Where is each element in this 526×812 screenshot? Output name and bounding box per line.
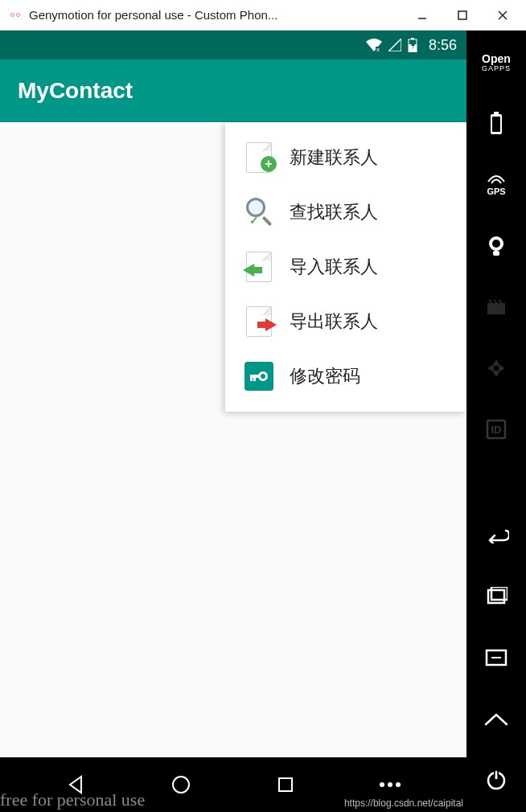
app-title: MyContact xyxy=(18,78,133,104)
import-contact-icon xyxy=(243,251,275,283)
svg-point-9 xyxy=(173,777,189,793)
svg-marker-20 xyxy=(487,364,494,372)
svg-rect-13 xyxy=(492,117,500,132)
battery-icon xyxy=(408,38,417,52)
watermark-right: https://blog.csdn.net/caipital xyxy=(344,798,463,809)
genymotion-logo-icon xyxy=(8,8,23,23)
gps-widget-button[interactable]: GPS xyxy=(480,169,512,201)
menu-label: 新建联系人 xyxy=(290,146,378,170)
open-gapps-label: Open xyxy=(482,53,511,64)
menu-item-import-contact[interactable]: 导入联系人 xyxy=(225,240,466,294)
menu-item-search-contact[interactable]: ✓ 查找联系人 xyxy=(225,185,466,240)
menu-item-export-contact[interactable]: 导出联系人 xyxy=(225,294,466,349)
window-titlebar: Genymotion for personal use - Custom Pho… xyxy=(0,0,526,31)
menu-label: 查找联系人 xyxy=(290,200,378,224)
home-sidebar-button[interactable] xyxy=(480,703,512,735)
nav-more-button[interactable] xyxy=(374,769,406,801)
gps-label: GPS xyxy=(487,187,505,196)
screencast-widget-button[interactable] xyxy=(480,291,512,323)
minimize-button[interactable] xyxy=(413,6,431,24)
svg-point-15 xyxy=(492,240,500,248)
camera-widget-button[interactable] xyxy=(480,230,512,262)
svg-rect-10 xyxy=(279,778,292,791)
app-content: + 新建联系人 ✓ 查找联系人 xyxy=(0,122,466,757)
menu-label: 导入联系人 xyxy=(290,255,378,279)
export-contact-icon xyxy=(243,306,275,338)
android-status-bar: x 8:56 xyxy=(0,31,466,59)
svg-rect-11 xyxy=(494,112,499,114)
watermark-left: free for personal use xyxy=(0,789,145,810)
wifi-icon: x xyxy=(366,39,382,51)
menu-item-change-password[interactable]: 修改密码 xyxy=(225,349,466,404)
svg-text:x: x xyxy=(376,46,380,51)
battery-widget-button[interactable] xyxy=(480,108,512,140)
status-time: 8:56 xyxy=(429,37,457,54)
svg-rect-16 xyxy=(493,251,499,256)
menu-label: 导出联系人 xyxy=(290,310,378,334)
home-button[interactable] xyxy=(165,769,197,801)
menu-sidebar-button[interactable] xyxy=(480,642,512,674)
options-menu: + 新建联系人 ✓ 查找联系人 xyxy=(225,122,466,412)
app-action-bar: MyContact xyxy=(0,59,466,122)
search-contact-icon: ✓ xyxy=(243,196,275,228)
genymotion-sidebar: Open GAPPS GPS ID xyxy=(466,31,526,812)
open-gapps-sublabel: GAPPS xyxy=(482,64,511,72)
maximize-button[interactable] xyxy=(454,6,471,24)
menu-label: 修改密码 xyxy=(290,364,360,388)
remote-control-widget-button[interactable] xyxy=(480,352,512,384)
window-title: Genymotion for personal use - Custom Pho… xyxy=(29,8,413,22)
menu-item-new-contact[interactable]: + 新建联系人 xyxy=(225,130,466,185)
change-password-icon xyxy=(243,360,275,392)
signal-icon xyxy=(388,39,401,51)
id-label: ID xyxy=(491,424,502,436)
svg-rect-1 xyxy=(458,11,466,19)
back-sidebar-button[interactable] xyxy=(480,519,512,552)
add-contact-icon: + xyxy=(243,141,275,174)
open-gapps-button[interactable]: Open GAPPS xyxy=(480,47,512,79)
svg-marker-21 xyxy=(499,364,505,372)
svg-rect-17 xyxy=(487,303,505,314)
identifier-widget-button[interactable]: ID xyxy=(480,413,512,445)
recent-apps-button[interactable] xyxy=(269,769,302,801)
power-sidebar-button[interactable] xyxy=(480,764,512,796)
close-button[interactable] xyxy=(494,6,512,24)
phone-screen: x 8:56 MyContact + 新建联 xyxy=(0,31,466,812)
recent-sidebar-button[interactable] xyxy=(480,580,512,613)
